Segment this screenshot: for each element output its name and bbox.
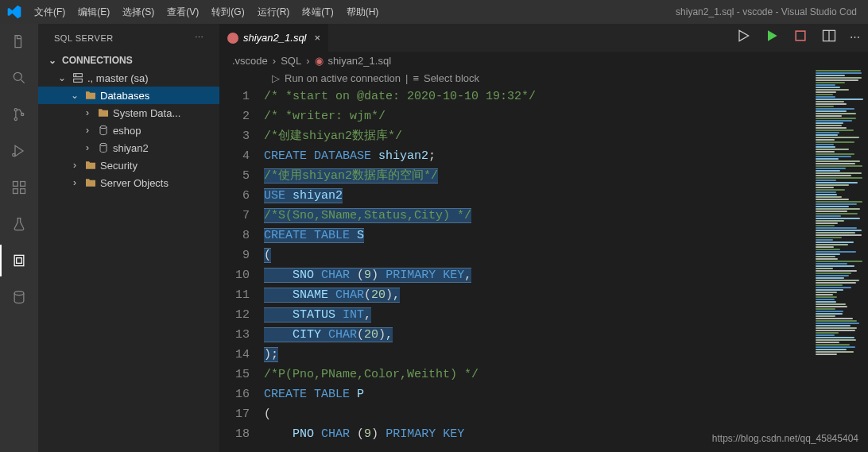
breadcrumb-seg: shiyan2_1.sql [328,55,392,67]
folder-icon [97,105,110,121]
sql-file-icon [227,33,238,44]
tree-label: eshop [113,125,141,137]
tree-label: System Data... [113,107,180,119]
db-icon [97,122,110,138]
flask-icon[interactable] [10,214,29,234]
chevron-icon: › [81,142,94,153]
breadcrumb-seg: SQL [281,55,301,67]
folder-icon [84,157,97,173]
codelens-select[interactable]: Select block [424,72,479,84]
activity-bar [0,24,38,452]
explorer-icon[interactable] [10,32,29,51]
svg-point-14 [76,75,76,75]
menu-item[interactable]: 帮助(H) [340,6,386,19]
db-icon [97,140,110,156]
sidebar-header: SQL SERVER ⋯ [38,24,219,52]
vscode-logo-icon [0,4,28,20]
chevron-icon: ⌄ [68,90,81,101]
line-gutter: 123456789101112131415161718 [219,87,264,444]
watermark: https://blog.csdn.net/qq_45845404 [712,433,858,444]
menu-item[interactable]: 文件(F) [28,6,72,19]
sidebar-title: SQL SERVER [54,33,114,43]
svg-rect-17 [796,31,805,41]
tree-item[interactable]: ⌄., master (sa) [38,69,219,87]
svg-point-2 [14,118,17,120]
minimap[interactable] [812,69,868,450]
svg-point-11 [14,292,24,296]
code-lines[interactable]: /* *start on @date: 2020-10-10 19:32*//*… [264,87,536,444]
menu-item[interactable]: 转到(G) [205,6,250,19]
run-icon[interactable] [764,28,780,46]
sidebar-more-icon[interactable]: ⋯ [195,33,204,43]
breadcrumb[interactable]: .vscode › SQL › ◉ shiyan2_1.sql [219,52,868,69]
list-icon: ≡ [413,72,419,84]
run-outline-icon[interactable] [735,28,751,46]
folder-icon [84,175,97,191]
folder-icon [84,87,97,103]
chevron-icon: › [81,125,94,136]
chevron-icon: › [81,107,94,118]
svg-rect-9 [14,255,24,265]
stop-icon[interactable] [792,28,808,46]
tree-label: Databases [100,90,149,102]
chevron-right-icon: › [273,55,276,67]
codelens-run[interactable]: Run on active connection [285,72,401,84]
svg-point-1 [14,109,17,111]
titlebar: 文件(F)编辑(E)选择(S)查看(V)转到(G)运行(R)终端(T)帮助(H)… [0,0,868,24]
tree-item[interactable]: ›shiyan2 [38,139,219,156]
svg-rect-10 [17,258,22,264]
split-icon[interactable] [821,28,837,46]
svg-point-4 [13,153,15,156]
server-icon [72,70,84,86]
svg-rect-13 [74,79,83,82]
svg-rect-6 [14,189,18,194]
chevron-icon: › [68,177,81,188]
connections-label: CONNECTIONS [62,55,133,66]
menu-item[interactable]: 编辑(E) [72,6,116,19]
tree-item[interactable]: ›eshop [38,122,219,139]
svg-point-16 [100,143,107,145]
svg-rect-7 [21,189,25,194]
tree-item[interactable]: ⌄Databases [38,87,219,104]
tree-item[interactable]: ›System Data... [38,104,219,122]
sql-server-icon[interactable] [10,251,29,270]
sidebar: SQL SERVER ⋯ ⌄ CONNECTIONS ⌄., master (s… [38,24,219,452]
sql-file-icon: ◉ [315,55,324,67]
close-icon[interactable]: × [315,32,321,44]
chevron-icon: › [68,160,81,171]
search-icon[interactable] [10,68,29,87]
svg-point-15 [100,126,107,128]
menu-item[interactable]: 运行(R) [251,6,296,19]
menu-bar: 文件(F)编辑(E)选择(S)查看(V)转到(G)运行(R)终端(T)帮助(H) [28,6,385,19]
editor-area: shiyan2_1.sql × ⋯ .vscode › SQL › ◉ shiy… [219,24,868,452]
chevron-right-icon: › [306,55,309,67]
window-title: shiyan2_1.sql - vscode - Visual Studio C… [385,6,868,17]
codelens: ▷ Run on active connection | ≡ Select bl… [219,69,868,87]
tree-label: ., master (sa) [87,72,149,84]
run-debug-icon[interactable] [10,141,29,160]
breadcrumb-seg: .vscode [232,55,268,67]
menu-item[interactable]: 查看(V) [161,6,205,19]
menu-item[interactable]: 终端(T) [296,6,339,19]
chevron-icon: ⌄ [56,72,68,83]
tree-item[interactable]: ›Server Objects [38,174,219,191]
extensions-icon[interactable] [10,178,29,197]
chevron-down-icon: ⌄ [46,55,59,66]
svg-rect-5 [14,182,18,187]
file-tab[interactable]: shiyan2_1.sql × [219,24,328,52]
svg-point-0 [14,72,21,80]
code-editor[interactable]: 123456789101112131415161718 /* *start on… [219,87,868,444]
play-icon[interactable]: ▷ [272,72,280,84]
tree-item[interactable]: ›Security [38,156,219,174]
tab-label: shiyan2_1.sql [243,32,307,44]
editor-actions: ⋯ [735,28,860,46]
menu-item[interactable]: 选择(S) [116,6,161,19]
tree-label: Server Objects [100,177,169,189]
more-icon[interactable]: ⋯ [850,31,860,43]
database-icon[interactable] [10,288,29,307]
svg-rect-8 [21,182,25,187]
source-control-icon[interactable] [10,105,29,124]
connections-header[interactable]: ⌄ CONNECTIONS [38,52,219,69]
tree-label: Security [100,160,138,172]
tree-label: shiyan2 [113,142,149,154]
